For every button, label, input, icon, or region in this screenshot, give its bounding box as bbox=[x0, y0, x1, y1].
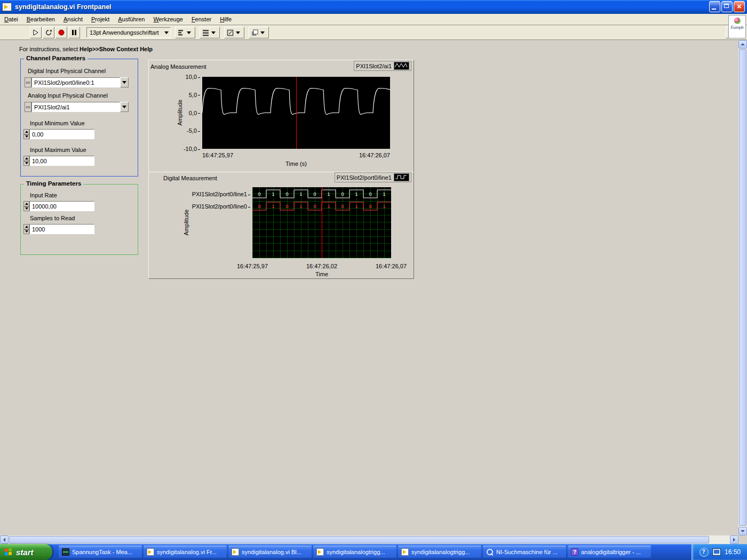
decrement-button[interactable] bbox=[23, 161, 29, 166]
analog-plot-area[interactable] bbox=[202, 77, 390, 149]
analog-graph-legend[interactable]: PXI1Slot2/ai1 bbox=[354, 61, 411, 71]
decrement-button[interactable] bbox=[23, 134, 29, 140]
x-tick-end: 16:47:26,07 bbox=[359, 152, 390, 158]
input-maximum-spinner[interactable]: 10,00 bbox=[23, 156, 94, 166]
taskbar-button-6[interactable]: analogdigitaltrigger - ... bbox=[568, 546, 651, 558]
scroll-left-button[interactable] bbox=[0, 535, 9, 544]
instruction-bold: Help>>Show Context Help bbox=[80, 46, 153, 52]
menu-item-fenster[interactable]: Fenster bbox=[187, 14, 216, 24]
decrement-button[interactable] bbox=[23, 229, 29, 235]
increment-button[interactable] bbox=[23, 224, 29, 229]
start-label: start bbox=[16, 548, 34, 557]
input-maximum-value[interactable]: 10,00 bbox=[29, 156, 94, 166]
analog-measurement-graph[interactable]: Analog Measurement PXI1Slot2/ai1 Amplitu… bbox=[148, 60, 414, 172]
reorder-objects-dropdown[interactable] bbox=[249, 27, 269, 38]
digital-row-label-0: PXI1Slot2/port0/line1 bbox=[164, 191, 250, 197]
resize-objects-icon bbox=[227, 29, 234, 36]
scroll-right-button[interactable] bbox=[730, 535, 738, 544]
taskbar-button-2[interactable]: syndigitalanalog.vi Bl... bbox=[228, 546, 312, 558]
svg-text:1: 1 bbox=[299, 191, 302, 197]
digital-row-label-1: PXI1Slot2/port0/line0 bbox=[164, 203, 250, 210]
distribute-objects-dropdown[interactable] bbox=[200, 27, 220, 38]
taskbar-button-5[interactable]: NI-Suchmaschine für ... bbox=[483, 546, 566, 558]
labview-icon bbox=[147, 548, 154, 556]
digital-input-channel-combo[interactable]: PXI1Slot2/port0/line0:1 bbox=[25, 77, 129, 87]
labview-icon bbox=[232, 548, 239, 556]
font-selector[interactable]: 13pt Anwendungsschriftart bbox=[86, 27, 171, 38]
svg-text:1: 1 bbox=[272, 204, 274, 209]
menu-item-datei[interactable]: Datei bbox=[0, 14, 22, 24]
horizontal-scroll-thumb[interactable] bbox=[9, 536, 709, 543]
scroll-down-button[interactable] bbox=[738, 527, 747, 535]
horizontal-scrollbar[interactable] bbox=[0, 535, 738, 544]
samples-to-read-value[interactable]: 1000 bbox=[29, 224, 94, 234]
input-rate-value[interactable]: 10000,00 bbox=[29, 201, 94, 211]
align-objects-icon bbox=[178, 29, 185, 36]
labview-icon bbox=[401, 548, 409, 556]
analog-input-channel-value[interactable]: PXI1Slot2/ai1 bbox=[31, 102, 120, 112]
digital-measurement-graph[interactable]: Digital Measurement PXI1Slot2/port0/line… bbox=[148, 172, 414, 279]
menu-item-ausführen[interactable]: Ausführen bbox=[114, 14, 149, 24]
digital-plot-area[interactable]: 01010101010101010101 bbox=[252, 187, 391, 258]
chevron-down-icon bbox=[163, 28, 170, 37]
menu-item-bearbeiten[interactable]: Bearbeiten bbox=[22, 14, 59, 24]
chevron-down-icon[interactable] bbox=[120, 102, 129, 112]
io-icon bbox=[25, 77, 31, 87]
taskbar-button-label: syndigitalanalogtrigg... bbox=[411, 549, 470, 555]
taskbar-button-3[interactable]: syndigitalanalogtrigg... bbox=[313, 546, 396, 558]
taskbar-button-0[interactable]: SpannungTask - Mea... bbox=[59, 546, 142, 558]
run-arrow-icon bbox=[32, 29, 39, 36]
increment-button[interactable] bbox=[23, 156, 29, 161]
svg-text:1: 1 bbox=[355, 191, 357, 197]
abort-button[interactable] bbox=[55, 27, 67, 38]
input-minimum-value[interactable]: 0,00 bbox=[29, 129, 94, 139]
display-tray-icon[interactable] bbox=[712, 548, 721, 556]
chevron-down-icon[interactable] bbox=[120, 77, 129, 87]
svg-text:0: 0 bbox=[258, 204, 260, 209]
titlebar[interactable]: syndigitalanalog.vi Frontpanel bbox=[0, 0, 747, 14]
digital-graph-legend[interactable]: PXI1Slot2/port0/line1 bbox=[335, 172, 411, 182]
help-tray-icon[interactable] bbox=[700, 548, 709, 557]
increment-button[interactable] bbox=[23, 201, 29, 206]
digital-plot-icon bbox=[394, 173, 409, 181]
taskbar-button-label: syndigitalanalog.vi Bl... bbox=[242, 549, 301, 555]
graph-cursor[interactable] bbox=[322, 187, 322, 258]
input-maximum-label: Input Maximum Value bbox=[30, 147, 86, 153]
input-minimum-spinner[interactable]: 0,00 bbox=[23, 129, 94, 139]
window-title: syndigitalanalog.vi Frontpanel bbox=[15, 3, 112, 11]
digital-input-channel-value[interactable]: PXI1Slot2/port0/line0:1 bbox=[31, 77, 120, 87]
vertical-scroll-thumb[interactable] bbox=[739, 49, 746, 526]
abort-icon bbox=[58, 29, 65, 36]
analog-x-ticks: 16:47:25,97 16:47:26,07 bbox=[202, 152, 390, 158]
start-button[interactable]: start bbox=[0, 544, 52, 560]
analog-input-channel-combo[interactable]: PXI1Slot2/ai1 bbox=[25, 102, 129, 112]
decrement-button[interactable] bbox=[23, 206, 29, 212]
menu-item-projekt[interactable]: Projekt bbox=[87, 14, 114, 24]
scroll-up-button[interactable] bbox=[738, 40, 747, 49]
analog-y-tick: -5,0 bbox=[170, 127, 200, 134]
maximize-button[interactable] bbox=[721, 1, 733, 12]
vertical-scrollbar[interactable] bbox=[738, 40, 747, 535]
svg-text:1: 1 bbox=[299, 204, 302, 209]
taskbar-button-label: analogdigitaltrigger - ... bbox=[581, 549, 641, 555]
svg-text:0: 0 bbox=[341, 191, 344, 197]
align-objects-dropdown[interactable] bbox=[175, 27, 195, 38]
taskbar-button-4[interactable]: syndigitalanalogtrigg... bbox=[398, 546, 481, 558]
io-icon bbox=[25, 102, 31, 112]
menu-item-hilfe[interactable]: Hilfe bbox=[216, 14, 236, 24]
run-continuous-button[interactable] bbox=[43, 27, 54, 38]
input-rate-spinner[interactable]: 10000,00 bbox=[23, 201, 94, 211]
close-button[interactable] bbox=[734, 1, 745, 12]
samples-to-read-spinner[interactable]: 1000 bbox=[23, 224, 94, 234]
svg-text:0: 0 bbox=[258, 191, 260, 197]
resize-objects-dropdown[interactable] bbox=[224, 27, 244, 38]
minimize-button[interactable] bbox=[709, 1, 720, 12]
increment-button[interactable] bbox=[23, 129, 29, 134]
digital-graph-label: Digital Measurement bbox=[163, 175, 217, 181]
menu-item-werkzeuge[interactable]: Werkzeuge bbox=[149, 14, 187, 24]
graph-cursor[interactable] bbox=[296, 77, 297, 149]
menu-item-ansicht[interactable]: Ansicht bbox=[59, 14, 87, 24]
pause-button[interactable] bbox=[68, 27, 80, 38]
taskbar-button-1[interactable]: syndigitalanalog.vi Fr... bbox=[144, 546, 227, 558]
run-button[interactable] bbox=[30, 27, 42, 38]
